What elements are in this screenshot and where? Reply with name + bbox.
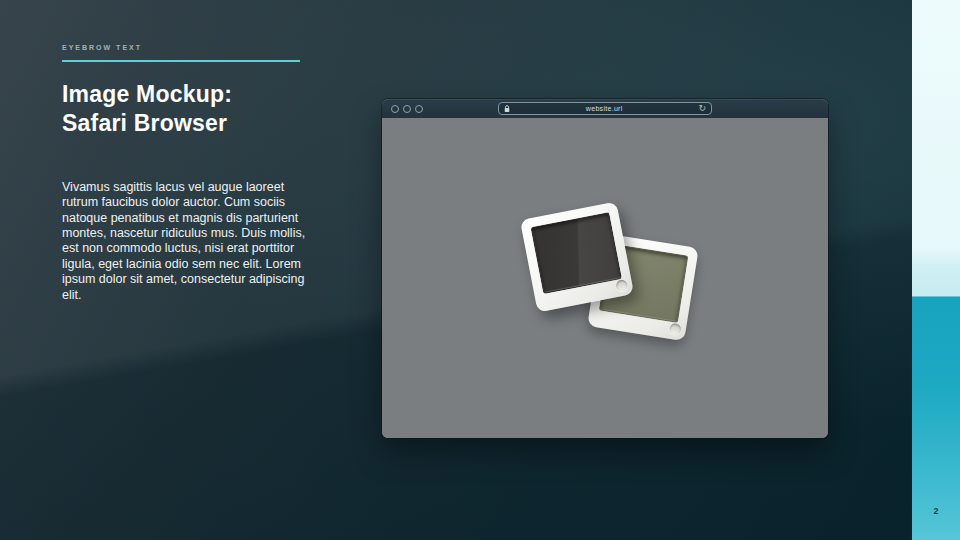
zoom-button[interactable] <box>415 105 423 113</box>
photo-slide-front <box>520 202 634 313</box>
accent-divider <box>62 60 300 62</box>
url-text: website.url <box>510 105 698 112</box>
text-column: EYEBROW TEXT Image Mockup:Safari Browser… <box>62 44 312 303</box>
slide-title: Image Mockup:Safari Browser <box>62 80 312 138</box>
slide-hole-back <box>669 323 682 336</box>
accent-strip: 2 <box>912 0 960 540</box>
photo-front <box>530 212 622 294</box>
eyebrow-label: EYEBROW TEXT <box>62 44 312 51</box>
browser-content <box>382 118 828 438</box>
url-bar[interactable]: website.url ↻ <box>498 102 712 115</box>
page-number: 2 <box>912 506 960 516</box>
slide-canvas: 2 EYEBROW TEXT Image Mockup:Safari Brows… <box>0 0 960 540</box>
reload-icon[interactable]: ↻ <box>698 104 706 113</box>
title-line-2: Safari Browser <box>62 110 227 136</box>
title-line-1: Image Mockup: <box>62 81 232 107</box>
browser-titlebar: website.url ↻ <box>382 99 828 118</box>
close-button[interactable] <box>391 105 399 113</box>
body-text: Vivamus sagittis lacus vel augue laoreet… <box>62 180 312 303</box>
window-controls <box>391 105 423 113</box>
minimize-button[interactable] <box>403 105 411 113</box>
safari-browser-mockup: website.url ↻ <box>382 99 828 438</box>
slide-hole-front <box>615 279 628 292</box>
